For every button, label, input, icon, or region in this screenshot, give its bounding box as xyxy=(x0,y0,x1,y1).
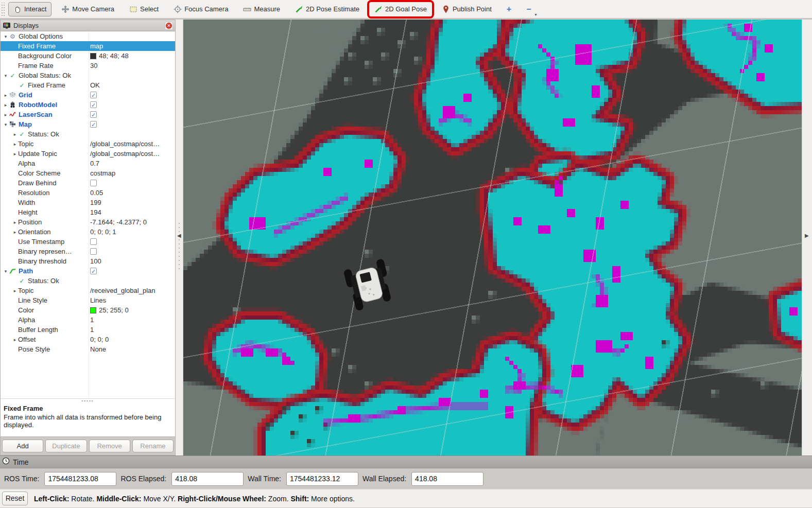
tree-row-orientation[interactable]: ▸Orientation0; 0; 0; 1 xyxy=(1,227,175,237)
collapse-left-icon[interactable]: ◀ xyxy=(177,233,181,238)
checkbox-unchecked[interactable] xyxy=(90,238,97,245)
tool-interact[interactable]: Interact xyxy=(8,2,51,16)
tree-row-binary-represen[interactable]: Binary represen… xyxy=(1,247,175,256)
tool-focus-camera[interactable]: Focus Camera xyxy=(168,2,233,16)
tree-row-global-options[interactable]: ▾⚙Global Options xyxy=(1,31,175,41)
time-field-input-ros-elapsed[interactable] xyxy=(171,472,244,486)
tool-2d-pose-estimate[interactable]: 2D Pose Estimate xyxy=(290,2,365,16)
time-field-input-wall-time[interactable] xyxy=(286,472,358,486)
tree-row-resolution[interactable]: Resolution0.05 xyxy=(1,188,175,198)
tree-row-path[interactable]: ▾Path✓ xyxy=(1,266,175,276)
checkbox-checked[interactable]: ✓ xyxy=(90,121,97,128)
tool-[interactable]: + xyxy=(502,2,516,17)
panel-splitter-handle[interactable]: ••••• xyxy=(1,398,175,402)
tree-row-alpha[interactable]: Alpha0.7 xyxy=(1,159,175,168)
tree-row-offset[interactable]: ▸Offset0; 0; 0 xyxy=(1,335,175,344)
property-value[interactable]: 30 xyxy=(89,62,175,69)
property-value[interactable] xyxy=(89,238,175,245)
tree-row-draw-behind[interactable]: Draw Behind xyxy=(1,178,175,188)
costmap-canvas[interactable] xyxy=(183,20,802,456)
property-value[interactable]: 25; 255; 0 xyxy=(89,306,175,314)
tree-row-map[interactable]: ▾Map✓ xyxy=(1,119,175,129)
tree-row-width[interactable]: Width199 xyxy=(1,198,175,207)
expander-icon[interactable]: ▾ xyxy=(3,73,9,78)
checkbox-checked[interactable]: ✓ xyxy=(90,268,97,274)
property-value[interactable]: ✓ xyxy=(89,101,175,108)
tool-publish-point[interactable]: Publish Point xyxy=(437,2,497,16)
checkbox-checked[interactable]: ✓ xyxy=(90,111,97,118)
property-value[interactable]: /global_costmap/cost… xyxy=(89,150,175,157)
property-value[interactable]: 0; 0; 0; 1 xyxy=(89,228,175,236)
property-value[interactable]: ✓ xyxy=(89,92,175,98)
tree-row-color[interactable]: Color25; 255; 0 xyxy=(1,305,175,315)
collapse-right-icon[interactable]: ▶ xyxy=(805,233,809,238)
tree-row-alpha[interactable]: Alpha1 xyxy=(1,315,175,325)
time-field-input-wall-elapsed[interactable] xyxy=(411,472,483,486)
property-value[interactable]: 0.7 xyxy=(89,160,175,167)
tree-row-height[interactable]: Height194 xyxy=(1,207,175,217)
expander-icon[interactable]: ▸ xyxy=(3,93,9,98)
property-value[interactable]: None xyxy=(89,345,175,353)
tree-row-use-timestamp[interactable]: Use Timestamp xyxy=(1,237,175,247)
tree-row-fixed-frame[interactable]: ✓Fixed FrameOK xyxy=(1,80,175,90)
tree-row-topic[interactable]: ▸Topic/global_costmap/cost… xyxy=(1,139,175,149)
property-value[interactable]: 0.05 xyxy=(89,189,175,197)
checkbox-checked[interactable]: ✓ xyxy=(90,92,97,98)
reset-button[interactable]: Reset xyxy=(2,492,28,505)
expander-icon[interactable]: ▸ xyxy=(3,102,9,108)
add-button[interactable]: Add xyxy=(2,440,43,452)
property-value[interactable]: ✓ xyxy=(89,268,175,274)
tree-row-buffer-length[interactable]: Buffer Length1 xyxy=(1,325,175,335)
tree-row-global-status-ok[interactable]: ▾✓Global Status: Ok xyxy=(1,71,175,80)
expander-icon[interactable]: ▸ xyxy=(12,288,18,293)
tree-row-robotmodel[interactable]: ▸RobotModel✓ xyxy=(1,100,175,110)
expander-icon[interactable]: ▸ xyxy=(12,142,18,147)
expander-icon[interactable]: ▾ xyxy=(3,34,9,39)
property-value[interactable]: OK xyxy=(89,81,175,89)
checkbox-unchecked[interactable] xyxy=(90,248,97,255)
expander-icon[interactable]: ▸ xyxy=(12,220,18,225)
property-value[interactable]: 48; 48; 48 xyxy=(89,52,175,60)
tool-[interactable]: −▾ xyxy=(521,2,536,17)
tree-row-laserscan[interactable]: ▸LaserScan✓ xyxy=(1,110,175,119)
property-value[interactable]: 1 xyxy=(89,326,175,334)
tree-row-position[interactable]: ▸Position-7.1644; -4.2377; 0 xyxy=(1,217,175,227)
time-field-input-ros-time[interactable] xyxy=(44,472,116,486)
tree-row-frame-rate[interactable]: Frame Rate30 xyxy=(1,61,175,71)
property-value[interactable]: -7.1644; -4.2377; 0 xyxy=(89,218,175,226)
property-value[interactable]: ✓ xyxy=(89,111,175,118)
tool-measure[interactable]: Measure xyxy=(238,2,285,16)
expander-icon[interactable]: ▸ xyxy=(12,151,18,156)
property-value[interactable]: 1 xyxy=(89,316,175,324)
tree-row-topic[interactable]: ▸Topic/received_global_plan xyxy=(1,286,175,295)
tree-row-fixed-frame[interactable]: Fixed Framemap xyxy=(1,41,175,51)
tool-select[interactable]: Select xyxy=(124,2,164,16)
expander-icon[interactable]: ▸ xyxy=(12,132,18,137)
property-value[interactable]: 100 xyxy=(89,257,175,265)
tree-row-color-scheme[interactable]: Color Schemecostmap xyxy=(1,168,175,178)
tree-row-update-topic[interactable]: ▸Update Topic/global_costmap/cost… xyxy=(1,149,175,159)
property-value[interactable] xyxy=(89,180,175,186)
property-value[interactable]: 199 xyxy=(89,199,175,206)
dropdown-caret-icon[interactable]: ▾ xyxy=(535,12,537,17)
tree-row-status-ok[interactable]: ✓Status: Ok xyxy=(1,276,175,286)
checkbox-unchecked[interactable] xyxy=(90,180,97,186)
tree-row-line-style[interactable]: Line StyleLines xyxy=(1,295,175,305)
property-value[interactable]: 194 xyxy=(89,208,175,216)
property-value[interactable]: 0; 0; 0 xyxy=(89,336,175,343)
property-value[interactable]: costmap xyxy=(89,169,175,177)
expander-icon[interactable]: ▸ xyxy=(12,230,18,235)
property-value[interactable]: map xyxy=(89,42,175,50)
tree-row-binary-threshold[interactable]: Binary threshold100 xyxy=(1,256,175,266)
expander-icon[interactable]: ▾ xyxy=(3,122,9,127)
tree-row-pose-style[interactable]: Pose StyleNone xyxy=(1,344,175,354)
3d-viewport[interactable] xyxy=(183,20,802,456)
tool-move-camera[interactable]: Move Camera xyxy=(56,2,119,16)
tree-row-status-ok[interactable]: ▸✓Status: Ok xyxy=(1,129,175,139)
property-value[interactable]: /global_costmap/cost… xyxy=(89,140,175,148)
expander-icon[interactable]: ▸ xyxy=(3,112,9,117)
panel-close-button[interactable]: ✕ xyxy=(165,22,173,30)
expander-icon[interactable]: ▸ xyxy=(12,337,18,342)
tool-2d-goal-pose[interactable]: 2D Goal Pose xyxy=(369,2,432,16)
checkbox-checked[interactable]: ✓ xyxy=(90,101,97,108)
